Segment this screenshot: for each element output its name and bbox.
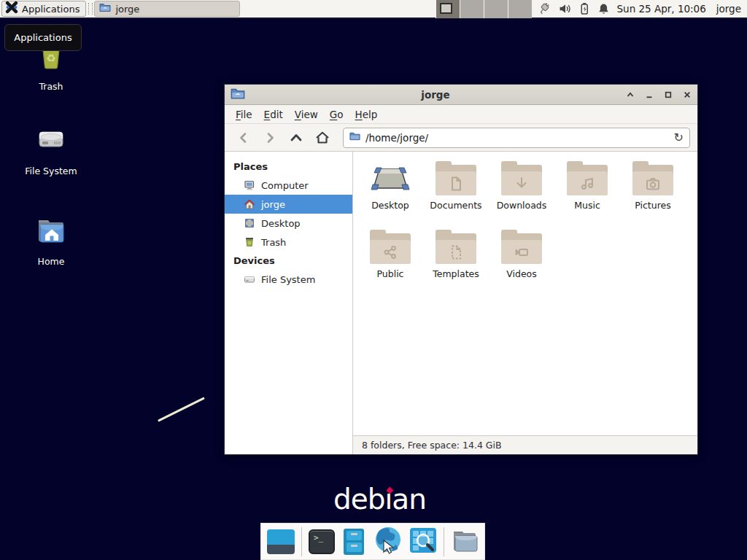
music-folder-icon	[567, 165, 608, 195]
network-wired-icon[interactable]	[538, 2, 551, 15]
desktop-icon-label: File System	[25, 166, 77, 176]
directory-menu-button[interactable]	[451, 527, 479, 556]
window-folder-icon	[231, 86, 245, 104]
folder-label: Public	[377, 268, 404, 279]
folder-item-public[interactable]: Public	[357, 229, 423, 298]
panel-handle[interactable]	[88, 3, 93, 15]
menu-view[interactable]: View	[289, 109, 324, 120]
terminal-launcher[interactable]: >_	[309, 527, 335, 556]
folder-icon	[99, 1, 111, 16]
close-button[interactable]	[683, 90, 692, 99]
xfce-menu-icon	[5, 1, 18, 17]
workspace-switcher	[436, 0, 532, 18]
sidebar-header-places: Places	[225, 158, 352, 176]
volume-icon[interactable]	[559, 3, 571, 15]
desktop-icon-home[interactable]: Home	[13, 213, 89, 267]
documents-folder-icon	[436, 165, 476, 195]
window-body: Places Computer	[225, 152, 697, 454]
notifications-bell-icon[interactable]	[597, 3, 610, 15]
top-panel: Applications jorge	[0, 0, 747, 19]
panel-username[interactable]: jorge	[716, 3, 741, 15]
sidebar-item-jorge[interactable]: jorge	[225, 195, 352, 214]
path-text[interactable]: /home/jorge/	[365, 132, 669, 144]
window-titlebar[interactable]: jorge	[225, 85, 697, 105]
minimize-button[interactable]	[645, 90, 654, 99]
dock-panel: >_	[260, 523, 485, 560]
statusbar: 8 folders, Free space: 14.4 GiB	[353, 435, 697, 454]
folder-label: Templates	[433, 268, 479, 279]
computer-icon	[244, 179, 255, 191]
folder-item-pictures[interactable]: Pictures	[620, 160, 686, 229]
sidebar: Places Computer	[225, 152, 353, 454]
file-manager-launcher[interactable]	[341, 527, 367, 556]
system-tray	[538, 2, 610, 15]
app-finder-launcher[interactable]	[409, 527, 437, 556]
sidebar-item-filesystem[interactable]: File System	[225, 270, 352, 289]
show-desktop-button[interactable]	[267, 527, 295, 556]
path-folder-icon	[349, 131, 360, 144]
window-controls	[626, 90, 692, 99]
home-button[interactable]	[311, 128, 334, 148]
home-folder-icon	[34, 213, 69, 251]
desktop-special-icon	[369, 160, 411, 195]
public-folder-icon	[370, 233, 411, 264]
applications-tooltip: Applications	[4, 24, 82, 51]
folder-item-documents[interactable]: Documents	[423, 160, 489, 229]
svg-text:♻: ♻	[46, 52, 55, 65]
window-title: jorge	[245, 89, 626, 101]
path-entry[interactable]: /home/jorge/ ↻	[343, 128, 690, 148]
sidebar-item-desktop[interactable]: Desktop	[225, 214, 352, 233]
sidebar-item-label: jorge	[261, 199, 285, 210]
terminal-icon: >_	[309, 529, 335, 554]
sidebar-item-trash[interactable]: ♻ Trash	[225, 233, 352, 252]
sidebar-item-label: Computer	[261, 180, 309, 191]
folder-label: Desktop	[371, 200, 409, 211]
desktop-icon-label: Trash	[39, 81, 63, 92]
harddrive-icon	[34, 122, 69, 160]
taskbar-window-button[interactable]: jorge	[94, 1, 240, 17]
debian-logo: debıan	[333, 483, 426, 516]
desktop-icon-filesystem[interactable]: File System	[13, 122, 89, 176]
workspace-cell-2[interactable]	[460, 0, 484, 18]
menu-file[interactable]: File	[230, 109, 258, 120]
folder-grid: Desktop Documents	[353, 152, 697, 435]
back-button[interactable]	[232, 128, 255, 148]
menu-help[interactable]: Help	[349, 109, 384, 120]
panel-clock[interactable]: Sun 25 Apr, 10:06	[617, 3, 706, 15]
up-button[interactable]	[285, 128, 308, 148]
folder-item-music[interactable]: Music	[554, 160, 620, 229]
workspace-cell-4[interactable]	[508, 0, 532, 18]
shade-button[interactable]	[626, 90, 635, 99]
sidebar-item-label: File System	[261, 274, 315, 285]
workspace-window-preview	[440, 3, 452, 14]
folder-item-desktop[interactable]: Desktop	[357, 160, 423, 229]
desktop-icon-label: Home	[38, 256, 65, 267]
battery-charging-icon[interactable]	[578, 2, 590, 15]
menu-go[interactable]: Go	[324, 109, 349, 120]
dock-separator	[301, 527, 302, 556]
toolbar: /home/jorge/ ↻	[225, 124, 697, 152]
pictures-folder-icon	[632, 165, 673, 195]
harddrive-icon	[244, 273, 255, 285]
desktop-icon	[244, 217, 255, 229]
folder-item-downloads[interactable]: Downloads	[489, 160, 554, 229]
menu-edit[interactable]: Edit	[258, 109, 289, 120]
workspace-cell-1[interactable]	[436, 0, 460, 18]
applications-menu-label: Applications	[22, 4, 80, 15]
reload-icon[interactable]: ↻	[674, 132, 684, 144]
sidebar-item-computer[interactable]: Computer	[225, 176, 352, 195]
folder-label: Videos	[506, 268, 537, 279]
svg-text:♻: ♻	[248, 241, 252, 245]
folder-label: Pictures	[635, 200, 671, 211]
web-browser-launcher[interactable]	[374, 527, 403, 556]
folder-item-videos[interactable]: Videos	[489, 229, 554, 298]
globe-icon	[374, 526, 403, 558]
forward-button[interactable]	[258, 128, 282, 148]
downloads-folder-icon	[501, 165, 542, 195]
folder-item-templates[interactable]: Templates	[423, 229, 489, 298]
workspace-cell-3[interactable]	[484, 0, 508, 18]
file-manager-window: jorge File Edit View Go Help	[224, 84, 698, 455]
applications-menu-button[interactable]: Applications	[1, 1, 86, 17]
maximize-button[interactable]	[664, 90, 673, 99]
content-column: Desktop Documents	[353, 152, 697, 454]
